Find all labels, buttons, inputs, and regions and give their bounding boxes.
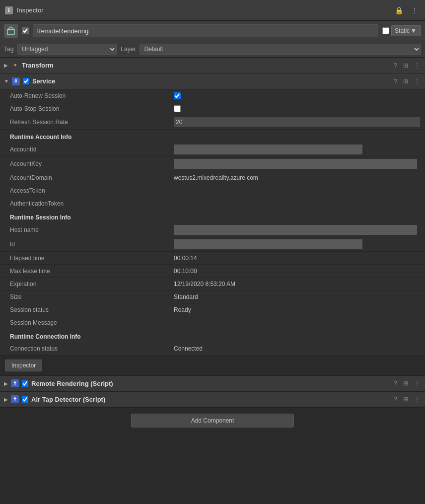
account-key-label: AccountKey [10, 160, 174, 167]
max-lease-time-value: 00:10:00 [174, 268, 420, 275]
host-name-input[interactable] [174, 225, 417, 235]
account-domain-value: westus2.mixedreality.azure.com [174, 174, 420, 181]
transform-header-right: ? ⊞ ⋮ [393, 61, 421, 70]
account-id-input[interactable] [174, 144, 362, 154]
runtime-account-info-header: Runtime Account Info [0, 130, 425, 143]
auto-stop-row: Auto-Stop Session [0, 102, 425, 115]
session-message-row: Session Message [0, 316, 425, 329]
account-key-row: AccountKey [0, 157, 425, 171]
transform-help-button[interactable]: ? [393, 61, 398, 70]
refresh-rate-row: Refresh Session Rate [0, 115, 425, 130]
lock-button[interactable]: 🔒 [393, 5, 405, 15]
id-label: Id [10, 241, 174, 248]
connection-status-value: Connected [174, 345, 420, 352]
host-name-label: Host name [10, 226, 174, 233]
access-token-label: AccessToken [10, 187, 174, 194]
transform-component-header: ▶ ✦ Transform ? ⊞ ⋮ [0, 58, 425, 73]
layer-label: Layer [121, 46, 136, 53]
auto-stop-label: Auto-Stop Session [10, 105, 174, 112]
air-tap-help-button[interactable]: ? [393, 395, 398, 404]
auto-renew-label: Auto-Renew Session [10, 92, 174, 99]
air-tap-enabled-checkbox[interactable] [22, 396, 28, 403]
remote-rendering-enabled-checkbox[interactable] [22, 380, 28, 387]
max-lease-time-label: Max lease time [10, 268, 174, 275]
account-domain-row: AccountDomain westus2.mixedreality.azure… [0, 171, 425, 184]
window-title: Inspector [17, 6, 43, 14]
account-id-row: AccountId [0, 143, 425, 157]
expiration-label: Expiration [10, 281, 174, 288]
session-status-value: Ready [174, 306, 420, 313]
svg-rect-0 [7, 30, 14, 35]
service-settings-button[interactable]: ⊞ [402, 77, 409, 86]
refresh-rate-label: Refresh Session Rate [10, 119, 174, 126]
transform-icon: ✦ [11, 62, 19, 70]
air-tap-menu-button[interactable]: ⋮ [413, 395, 421, 404]
remote-rendering-settings-button[interactable]: ⊞ [402, 379, 409, 388]
account-key-input[interactable] [174, 159, 417, 169]
title-bar-right: 🔒 ⋮ [393, 5, 420, 15]
connection-status-label: Connection status [10, 345, 174, 352]
title-bar: ℹ Inspector 🔒 ⋮ [0, 0, 425, 21]
air-tap-expand-arrow[interactable]: ▶ [4, 397, 8, 402]
air-tap-hash-icon: # [11, 395, 19, 403]
refresh-rate-input[interactable] [174, 117, 420, 127]
static-dropdown-button[interactable]: Static ▼ [391, 25, 421, 36]
connection-status-row: Connection status Connected [0, 342, 425, 355]
runtime-connection-info-header: Runtime Connection Info [0, 329, 425, 342]
elapsed-time-label: Elapsed time [10, 255, 174, 262]
static-checkbox[interactable] [382, 27, 389, 34]
auto-renew-checkbox[interactable] [174, 92, 181, 99]
transform-menu-button[interactable]: ⋮ [413, 61, 421, 70]
more-menu-button[interactable]: ⋮ [409, 5, 420, 15]
remote-rendering-header-right: ? ⊞ ⋮ [393, 379, 421, 388]
service-properties: Auto-Renew Session Auto-Stop Session Ref… [0, 89, 425, 356]
id-row: Id [0, 237, 425, 252]
max-lease-time-row: Max lease time 00:10:00 [0, 265, 425, 278]
service-enabled-checkbox[interactable] [23, 78, 29, 84]
air-tap-script-title: Air Tap Detector (Script) [31, 396, 393, 403]
air-tap-detector-script-header: ▶ # Air Tap Detector (Script) ? ⊞ ⋮ [0, 391, 425, 407]
auth-token-row: AuthenticationToken [0, 197, 425, 210]
remote-rendering-menu-button[interactable]: ⋮ [413, 379, 421, 388]
account-id-label: AccountId [10, 146, 174, 153]
add-component-area: Add Component [0, 407, 425, 433]
layer-select[interactable]: Default [140, 44, 421, 55]
runtime-session-info-header: Runtime Session Info [0, 210, 425, 223]
svg-marker-1 [7, 27, 14, 30]
host-name-row: Host name [0, 223, 425, 237]
auth-token-label: AuthenticationToken [10, 200, 174, 207]
remote-rendering-hash-icon: # [11, 379, 19, 387]
auto-stop-checkbox[interactable] [174, 105, 181, 112]
size-value: Standard [174, 293, 420, 300]
air-tap-settings-button[interactable]: ⊞ [402, 395, 409, 404]
elapsed-time-value: 00:00:14 [174, 255, 420, 262]
access-token-row: AccessToken [0, 184, 425, 197]
inspector-tab-area: Inspector [0, 356, 425, 375]
game-object-name-input[interactable] [33, 24, 378, 37]
air-tap-header-right: ? ⊞ ⋮ [393, 395, 421, 404]
id-input[interactable] [174, 239, 362, 249]
inspector-tab-button[interactable]: Inspector [5, 360, 42, 371]
service-menu-button[interactable]: ⋮ [413, 77, 421, 86]
service-expand-arrow[interactable]: ▼ [4, 78, 9, 84]
tag-select[interactable]: Untagged [17, 44, 117, 55]
transform-expand-arrow[interactable]: ▶ [4, 63, 8, 68]
service-help-button[interactable]: ? [393, 77, 398, 86]
game-object-active-checkbox[interactable] [22, 27, 29, 34]
transform-settings-button[interactable]: ⊞ [402, 61, 409, 70]
game-object-icon [4, 24, 18, 38]
account-domain-label: AccountDomain [10, 174, 174, 181]
add-component-button[interactable]: Add Component [131, 414, 294, 428]
remote-rendering-expand-arrow[interactable]: ▶ [4, 381, 8, 386]
session-status-row: Session status Ready [0, 303, 425, 316]
auto-renew-row: Auto-Renew Session [0, 89, 425, 102]
session-status-label: Session status [10, 306, 174, 313]
size-label: Size [10, 293, 174, 300]
service-component-header: ▼ # Service ? ⊞ ⋮ [0, 73, 425, 89]
static-area: Static ▼ [382, 25, 421, 36]
session-message-label: Session Message [10, 319, 174, 326]
inspector-window-icon: ℹ [5, 6, 13, 14]
remote-rendering-help-button[interactable]: ? [393, 379, 398, 388]
tag-label: Tag [4, 46, 13, 53]
expiration-row: Expiration 12/19/2020 8:53:20 AM [0, 278, 425, 290]
